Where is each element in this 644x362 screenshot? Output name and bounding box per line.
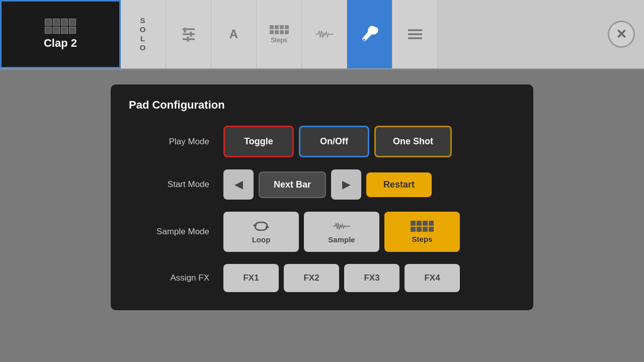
waveform-icon xyxy=(315,25,334,43)
waveform-button[interactable] xyxy=(302,0,347,68)
steps-mode-icon xyxy=(411,221,434,232)
steps-grid-icon xyxy=(270,25,289,34)
play-mode-controls: Toggle On/Off One Shot xyxy=(223,126,452,157)
close-icon[interactable]: ✕ xyxy=(608,21,635,48)
start-next-button[interactable]: ▶ xyxy=(331,169,361,200)
onoff-button[interactable]: On/Off xyxy=(299,126,369,157)
steps-mode-button[interactable]: Steps xyxy=(384,212,460,252)
play-mode-row: Play Mode Toggle On/Off One Shot xyxy=(129,126,515,157)
pad-configuration-panel: Pad Configuration Play Mode Toggle On/Of… xyxy=(111,84,533,310)
svg-point-6 xyxy=(363,39,365,41)
svg-rect-4 xyxy=(190,32,192,37)
start-mode-controls: ◀ Next Bar ▶ Restart xyxy=(223,169,432,200)
close-button[interactable]: ✕ xyxy=(599,0,644,68)
assign-fx-label: Assign FX xyxy=(129,273,209,283)
steps-label: Steps xyxy=(271,36,287,44)
mixer-button[interactable] xyxy=(166,0,211,68)
toolbar: Clap 2 SOLO A Steps xyxy=(0,0,644,69)
a-button[interactable]: A xyxy=(211,0,257,68)
toggle-button[interactable]: Toggle xyxy=(223,126,294,157)
a-label: A xyxy=(229,27,238,41)
fx2-button[interactable]: FX2 xyxy=(284,264,339,292)
assign-fx-row: Assign FX FX1 FX2 FX3 FX4 xyxy=(129,264,515,292)
start-prev-button[interactable]: ◀ xyxy=(223,169,254,200)
steps-button[interactable]: Steps xyxy=(257,0,302,68)
play-mode-label: Play Mode xyxy=(129,137,209,147)
sample-mode-row: Sample Mode Loop Sa xyxy=(129,212,515,252)
wrench-button[interactable] xyxy=(347,0,392,68)
pad-name: Clap 2 xyxy=(44,37,77,50)
sample-mode-controls: Loop Sample Steps xyxy=(223,212,460,252)
pad-thumbnail[interactable]: Clap 2 xyxy=(0,0,121,68)
loop-button[interactable]: Loop xyxy=(223,212,299,252)
solo-button[interactable]: SOLO xyxy=(121,0,166,68)
svg-rect-5 xyxy=(187,37,189,42)
restart-button[interactable]: Restart xyxy=(366,172,432,197)
fx3-button[interactable]: FX3 xyxy=(344,264,399,292)
wrench-icon xyxy=(361,25,379,43)
start-mode-row: Start Mode ◀ Next Bar ▶ Restart xyxy=(129,169,515,200)
fx4-button[interactable]: FX4 xyxy=(405,264,460,292)
sample-waveform-icon xyxy=(333,220,350,232)
pad-grid-icon xyxy=(45,19,76,34)
start-mode-label: Start Mode xyxy=(129,179,209,190)
svg-rect-3 xyxy=(184,28,186,33)
main-content: Pad Configuration Play Mode Toggle On/Of… xyxy=(0,69,644,362)
mixer-icon xyxy=(180,25,198,43)
loop-icon xyxy=(253,220,270,232)
assign-fx-controls: FX1 FX2 FX3 FX4 xyxy=(223,264,460,292)
oneshot-button[interactable]: One Shot xyxy=(374,126,452,157)
hamburger-button[interactable] xyxy=(392,0,438,68)
fx1-button[interactable]: FX1 xyxy=(223,264,279,292)
start-mode-current: Next Bar xyxy=(259,171,326,198)
sample-mode-label: Sample Mode xyxy=(129,227,209,237)
pad-config-title: Pad Configuration xyxy=(129,99,515,112)
hamburger-icon xyxy=(406,25,424,43)
solo-label: SOLO xyxy=(140,16,147,52)
sample-button[interactable]: Sample xyxy=(304,212,379,252)
